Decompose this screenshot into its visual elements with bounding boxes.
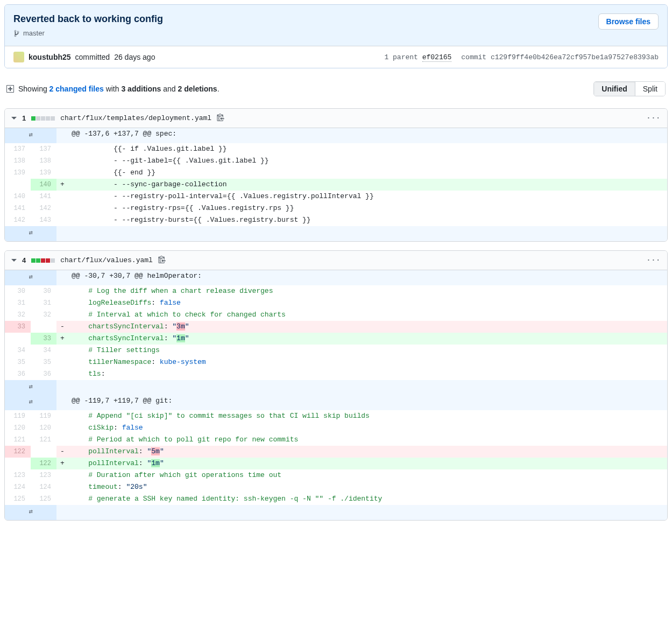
line-number-new[interactable]: 125	[31, 493, 56, 505]
line-number-new[interactable]: 124	[31, 481, 56, 493]
line-number-old[interactable]: 124	[5, 481, 31, 493]
chevron-down-icon[interactable]	[11, 256, 17, 264]
line-number-old[interactable]: 33	[5, 321, 31, 333]
code-line: - --registry-poll-interval={{ .Values.re…	[68, 191, 667, 202]
hunk-header: @@ -137,6 +137,7 @@ spec:	[68, 128, 667, 143]
diff-stat-count: 1	[22, 114, 26, 122]
code-line: timeout: "20s"	[68, 481, 667, 493]
line-number-old[interactable]: 141	[5, 202, 31, 214]
additions-count: 3 additions	[121, 85, 161, 93]
line-number-old[interactable]: 121	[5, 434, 31, 446]
line-number-old[interactable]: 119	[5, 410, 31, 422]
code-line: # Period at which to poll git repo for n…	[68, 434, 667, 446]
code-line: tls:	[68, 368, 667, 380]
code-line: {{- if .Values.git.label }}	[68, 143, 667, 155]
code-line: # generate a SSH key named identity: ssh…	[68, 493, 667, 505]
avatar[interactable]	[13, 52, 24, 62]
line-number-old[interactable]	[5, 179, 31, 191]
code-line: {{- end }}	[68, 167, 667, 179]
view-toggle: Unified Split	[593, 81, 666, 96]
line-number-new[interactable]: 140	[31, 179, 56, 191]
clipboard-icon[interactable]	[217, 113, 224, 123]
clipboard-icon[interactable]	[158, 255, 166, 265]
split-button[interactable]: Split	[635, 82, 665, 96]
line-number-old[interactable]: 34	[5, 345, 31, 356]
parent-sha-link[interactable]: ef02165	[422, 53, 452, 62]
line-number-new[interactable]: 121	[31, 434, 56, 446]
line-number-old[interactable]: 125	[5, 493, 31, 505]
line-number-new[interactable]: 120	[31, 422, 56, 434]
line-number-new[interactable]: 142	[31, 202, 56, 214]
commit-meta-right: 1 parent ef02165 commit c129f9ff4e0b426e…	[384, 53, 659, 61]
expand-icon[interactable]: ⇅	[5, 395, 56, 410]
chevron-down-icon[interactable]	[11, 114, 17, 122]
line-number-new[interactable]: 122	[31, 458, 56, 469]
line-number-old[interactable]: 140	[5, 191, 31, 202]
line-number-new[interactable]: 137	[31, 143, 56, 155]
line-number-new[interactable]: 36	[31, 368, 56, 380]
expand-icon[interactable]: ⇅	[5, 226, 56, 241]
diff-table: ⇅@@ -30,7 +30,7 @@ helmOperator:3030 # L…	[5, 270, 667, 520]
kebab-menu-icon[interactable]: ···	[647, 114, 661, 122]
file-path[interactable]: chart/flux/values.yaml	[60, 256, 153, 264]
line-number-new[interactable]: 30	[31, 285, 56, 297]
line-number-new[interactable]: 141	[31, 191, 56, 202]
line-number-old[interactable]: 137	[5, 143, 31, 155]
code-line: logReleaseDiffs: false	[68, 297, 667, 309]
code-line: ciSkip: false	[68, 422, 667, 434]
commit-title: Reverted back to working config	[13, 13, 659, 25]
diff-icon	[6, 85, 14, 93]
line-number-old[interactable]: 122	[5, 446, 31, 458]
line-number-new[interactable]: 119	[31, 410, 56, 422]
hunk-header: @@ -119,7 +119,7 @@ git:	[68, 395, 667, 410]
line-number-old[interactable]: 120	[5, 422, 31, 434]
expand-icon[interactable]: ⇅	[5, 128, 56, 143]
line-number-new[interactable]: 32	[31, 309, 56, 321]
code-line: - --git-label={{ .Values.git.label }}	[68, 155, 667, 167]
line-number-old[interactable]: 35	[5, 356, 31, 368]
line-number-new[interactable]: 35	[31, 356, 56, 368]
line-number-old[interactable]	[5, 333, 31, 345]
line-number-new[interactable]: 139	[31, 167, 56, 179]
expand-icon[interactable]: ⇅	[5, 505, 56, 520]
code-line: - --registry-burst={{ .Values.registry.b…	[68, 214, 667, 226]
code-line: pollInterval: "5m"	[68, 446, 667, 458]
changed-files-link[interactable]: 2 changed files	[49, 85, 104, 93]
line-number-new[interactable]: 123	[31, 469, 56, 481]
commit-header: Reverted back to working config master B…	[5, 5, 667, 46]
line-number-new[interactable]	[31, 321, 56, 333]
file-header: 1 chart/flux/templates/deployment.yaml ·…	[5, 109, 667, 128]
line-number-old[interactable]: 142	[5, 214, 31, 226]
line-number-old[interactable]: 30	[5, 285, 31, 297]
line-number-new[interactable]: 138	[31, 155, 56, 167]
code-line: - --registry-rps={{ .Values.registry.rps…	[68, 202, 667, 214]
line-number-new[interactable]: 31	[31, 297, 56, 309]
full-sha: c129f9ff4e0b426ea72cf957be1a97527e8393ab	[491, 53, 659, 61]
line-number-old[interactable]: 31	[5, 297, 31, 309]
line-number-new[interactable]: 34	[31, 345, 56, 356]
line-number-old[interactable]	[5, 458, 31, 469]
expand-icon[interactable]: ⇅	[5, 380, 56, 395]
unified-button[interactable]: Unified	[594, 82, 634, 96]
file-path[interactable]: chart/flux/templates/deployment.yaml	[60, 114, 211, 122]
kebab-menu-icon[interactable]: ···	[647, 256, 661, 264]
deletions-count: 2 deletions	[178, 85, 217, 93]
line-number-old[interactable]: 139	[5, 167, 31, 179]
code-line: pollInterval: "1m"	[68, 458, 667, 469]
browse-files-button[interactable]: Browse files	[598, 13, 659, 30]
author-link[interactable]: koustubh25	[29, 53, 71, 61]
code-line: - --sync-garbage-collection	[68, 179, 667, 191]
branch-name[interactable]: master	[23, 29, 45, 37]
summary-text: Showing 2 changed files with 3 additions…	[18, 85, 220, 93]
code-line: # Log the diff when a chart release dive…	[68, 285, 667, 297]
line-number-old[interactable]: 138	[5, 155, 31, 167]
expand-icon[interactable]: ⇅	[5, 270, 56, 285]
file-block: 1 chart/flux/templates/deployment.yaml ·…	[4, 108, 668, 242]
line-number-old[interactable]: 32	[5, 309, 31, 321]
line-number-new[interactable]: 33	[31, 333, 56, 345]
line-number-old[interactable]: 123	[5, 469, 31, 481]
line-number-new[interactable]	[31, 446, 56, 458]
line-number-old[interactable]: 36	[5, 368, 31, 380]
line-number-new[interactable]: 143	[31, 214, 56, 226]
code-line: # Duration after which git operations ti…	[68, 469, 667, 481]
